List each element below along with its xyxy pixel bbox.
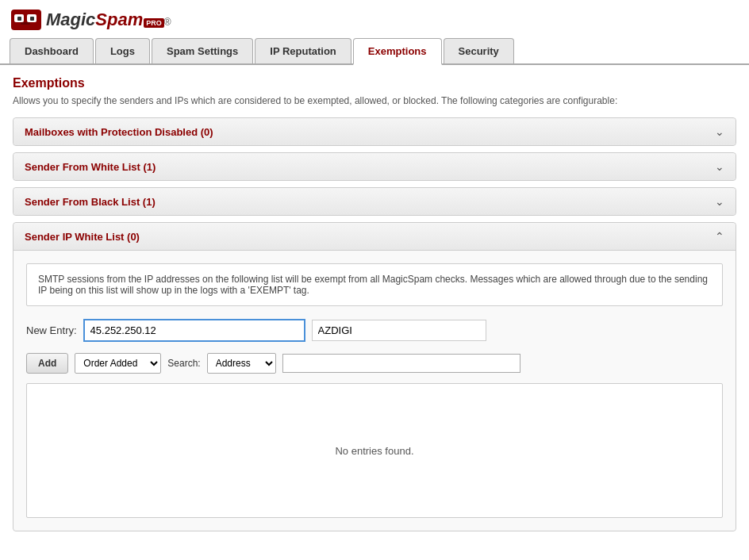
new-entry-row: New Entry: xyxy=(26,319,723,342)
accordion-sender-ip-white: Sender IP White List (0) ⌃ SMTP sessions… xyxy=(13,222,736,531)
accordion-sender-ip-white-header[interactable]: Sender IP White List (0) ⌃ xyxy=(13,223,736,251)
page-description: Allows you to specify the senders and IP… xyxy=(13,95,736,106)
logo: MagicSpamPRO® xyxy=(10,6,171,33)
info-box: SMTP sessions from the IP addresses on t… xyxy=(26,263,723,306)
page-title: Exemptions xyxy=(13,76,736,90)
logo-pro-badge: PRO xyxy=(144,18,164,28)
accordion-sender-white-header[interactable]: Sender From White List (1) ⌄ xyxy=(13,153,736,180)
new-entry-ip-input[interactable] xyxy=(83,319,305,342)
tab-ip-reputation[interactable]: IP Reputation xyxy=(255,38,351,63)
entries-area: No entries found. xyxy=(26,383,723,518)
info-box-text: SMTP sessions from the IP addresses on t… xyxy=(38,274,708,296)
search-input[interactable] xyxy=(282,354,520,373)
tab-exemptions[interactable]: Exemptions xyxy=(353,38,442,65)
nav-tabs: Dashboard Logs Spam Settings IP Reputati… xyxy=(0,33,749,65)
chevron-up-icon: ⌃ xyxy=(715,230,724,243)
header: MagicSpamPRO® xyxy=(0,0,749,33)
new-entry-comment-input[interactable] xyxy=(312,320,486,341)
accordion-sender-white-title: Sender From White List (1) xyxy=(25,161,156,173)
tab-dashboard[interactable]: Dashboard xyxy=(10,38,94,63)
main-content: Exemptions Allows you to specify the sen… xyxy=(0,65,749,549)
svg-rect-5 xyxy=(21,22,30,25)
svg-rect-3 xyxy=(17,17,21,21)
controls-row: Add Order Added Address (A-Z) Address (Z… xyxy=(26,353,723,374)
sort-select[interactable]: Order Added Address (A-Z) Address (Z-A) xyxy=(75,353,161,374)
accordion-sender-ip-white-title: Sender IP White List (0) xyxy=(25,231,140,243)
tab-security[interactable]: Security xyxy=(444,38,514,63)
no-entries-text: No entries found. xyxy=(335,445,413,457)
accordion-mailboxes: Mailboxes with Protection Disabled (0) ⌄ xyxy=(13,117,736,146)
tab-spam-settings[interactable]: Spam Settings xyxy=(152,38,253,63)
search-select[interactable]: Address Comment xyxy=(207,353,276,374)
add-button[interactable]: Add xyxy=(26,353,68,374)
accordion-mailboxes-header[interactable]: Mailboxes with Protection Disabled (0) ⌄ xyxy=(13,118,736,145)
tab-logs[interactable]: Logs xyxy=(95,38,150,63)
logo-icon xyxy=(10,6,43,33)
accordion-mailboxes-title: Mailboxes with Protection Disabled (0) xyxy=(25,126,213,138)
chevron-down-icon: ⌄ xyxy=(715,160,724,173)
chevron-down-icon: ⌄ xyxy=(715,195,724,208)
chevron-down-icon: ⌄ xyxy=(715,125,724,138)
search-label: Search: xyxy=(167,358,200,369)
logo-text: MagicSpamPRO® xyxy=(46,10,171,30)
accordion-sender-black-header[interactable]: Sender From Black List (1) ⌄ xyxy=(13,188,736,215)
accordion-sender-white: Sender From White List (1) ⌄ xyxy=(13,152,736,181)
accordion-sender-black-title: Sender From Black List (1) xyxy=(25,196,156,208)
accordion-sender-black: Sender From Black List (1) ⌄ xyxy=(13,187,736,216)
svg-rect-4 xyxy=(30,17,34,21)
new-entry-label: New Entry: xyxy=(26,324,77,336)
accordion-sender-ip-white-body: SMTP sessions from the IP addresses on t… xyxy=(13,251,736,531)
